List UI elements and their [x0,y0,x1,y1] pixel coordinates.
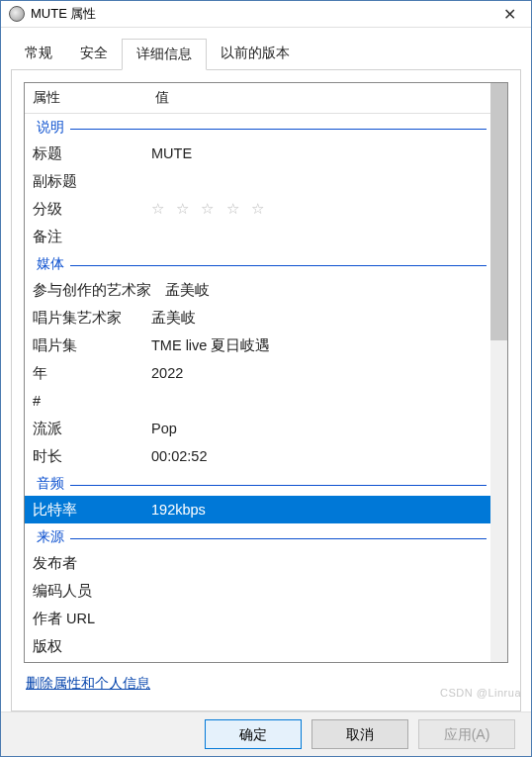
tab-general[interactable]: 常规 [11,39,66,70]
list-header: 属性 值 [25,83,490,114]
rating-stars[interactable]: ☆ ☆ ☆ ☆ ☆ [151,198,490,220]
vertical-scrollbar[interactable] [490,83,507,662]
row-remark[interactable]: 备注 [25,223,490,250]
titlebar: MUTE 属性 ✕ [1,1,531,28]
group-audio: 音频 [25,470,490,496]
header-property[interactable]: 属性 [25,83,147,113]
row-publisher[interactable]: 发布者 [25,549,490,577]
row-length[interactable]: 时长00:02:52 [25,442,490,470]
row-track-number[interactable]: # [25,387,490,415]
row-year[interactable]: 年2022 [25,359,490,387]
tabstrip: 常规 安全 详细信息 以前的版本 [11,38,521,70]
group-source: 来源 [25,523,490,549]
row-subtitle[interactable]: 副标题 [25,167,490,195]
header-value[interactable]: 值 [147,83,490,113]
group-media: 媒体 [25,250,490,276]
listview[interactable]: 属性 值 说明 标题MUTE 副标题 分级☆ ☆ ☆ ☆ ☆ 备注 媒体 参与创… [25,83,490,662]
client-area: 常规 安全 详细信息 以前的版本 属性 值 说明 标题MUTE 副标题 分级☆ … [1,28,531,711]
row-bitrate[interactable]: 比特率192kbps [25,496,490,523]
row-title[interactable]: 标题MUTE [25,140,490,167]
cancel-button[interactable]: 取消 [311,719,408,749]
scrollbar-thumb[interactable] [490,83,507,340]
tab-previous-versions[interactable]: 以前的版本 [207,39,304,70]
tab-details[interactable]: 详细信息 [122,39,207,70]
app-icon [9,6,25,22]
ok-button[interactable]: 确定 [205,719,302,749]
tab-security[interactable]: 安全 [66,39,122,70]
remove-properties-link[interactable]: 删除属性和个人信息 [26,675,508,693]
close-button[interactable]: ✕ [488,1,531,27]
group-description: 说明 [25,114,490,140]
row-copyright[interactable]: 版权 [25,632,490,660]
row-encoded-by[interactable]: 编码人员 [25,577,490,605]
row-genre[interactable]: 流派Pop [25,415,490,442]
row-rating[interactable]: 分级☆ ☆ ☆ ☆ ☆ [25,195,490,223]
properties-dialog: MUTE 属性 ✕ 常规 安全 详细信息 以前的版本 属性 值 说明 标题MUT… [0,0,532,757]
row-contributing-artist[interactable]: 参与创作的艺术家孟美岐 [25,276,490,304]
row-album[interactable]: 唱片集TME live 夏日岐遇 [25,331,490,359]
row-album-artist[interactable]: 唱片集艺术家孟美岐 [25,304,490,331]
apply-button: 应用(A) [418,719,515,749]
tab-page-details: 属性 值 说明 标题MUTE 副标题 分级☆ ☆ ☆ ☆ ☆ 备注 媒体 参与创… [11,70,521,711]
row-author-url[interactable]: 作者 URL [25,605,490,632]
property-list: 属性 值 说明 标题MUTE 副标题 分级☆ ☆ ☆ ☆ ☆ 备注 媒体 参与创… [24,82,508,663]
dialog-buttons: 确定 取消 应用(A) [1,711,531,756]
window-title: MUTE 属性 [31,5,488,23]
